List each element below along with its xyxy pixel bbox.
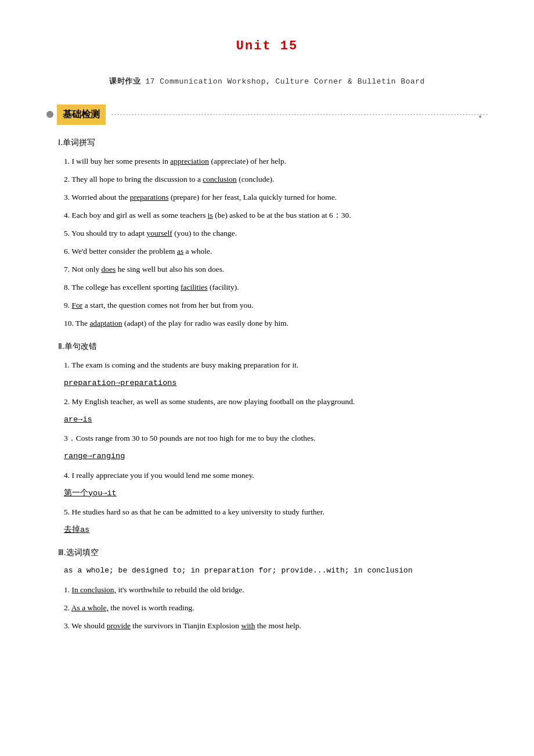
section-header: 基础检测 (46, 105, 488, 125)
item-num: 1. I will buy her some presents in (64, 157, 170, 165)
roman-title-3: Ⅲ.选词填空 (58, 545, 488, 560)
fill-word: facilities (181, 283, 207, 291)
fill-word: In conclusion, (72, 585, 117, 594)
page-title: Unit 15 (46, 35, 488, 58)
fill-word: does (102, 265, 116, 273)
vocab-list: as a whole; be designed to; in preparati… (64, 564, 488, 577)
fill-word: conclusion (203, 175, 237, 183)
correction-text: preparation→preparations (64, 376, 488, 390)
list-item: 4. I really appreciate you if you would … (64, 469, 488, 483)
list-item: 1. In conclusion, it's worthwhile to reb… (64, 583, 488, 597)
subtitle-zh: 课时作业 (109, 77, 140, 85)
section-bullet-icon (46, 111, 53, 118)
list-item: 8. The college has excellent sporting fa… (64, 280, 488, 295)
list-item: 3. Worried about the preparations (prepa… (64, 190, 488, 205)
subtitle-rest: 17 Communication Workshop, Culture Corne… (140, 77, 425, 86)
list-item: 3．Costs range from 30 to 50 pounds are n… (64, 431, 488, 446)
list-item: 2. As a whole, the novel is worth readin… (64, 601, 488, 615)
list-item: 5. He studies hard so as that he can be … (64, 505, 488, 520)
roman-title-2: Ⅱ.单句改错 (58, 339, 488, 354)
fill-word: For (72, 301, 83, 309)
list-item: 2. They all hope to bring the discussion… (64, 172, 488, 187)
list-item: 4. Each boy and girl as well as some tea… (64, 208, 488, 223)
roman-section-1: Ⅰ.单词拼写 1. I will buy her some presents i… (46, 135, 488, 331)
roman-title-1: Ⅰ.单词拼写 (58, 135, 488, 150)
subtitle: 课时作业 17 Communication Workshop, Culture … (46, 74, 488, 88)
fill-word: adaptation (89, 319, 122, 327)
fill-word: is (208, 211, 213, 219)
fill-word: as (177, 247, 183, 255)
list-item: 5. You should try to adapt yourself (you… (64, 226, 488, 241)
list-item: 1. I will buy her some presents in appre… (64, 154, 488, 169)
list-item: 3. We should provide the survivors in Ti… (64, 619, 488, 633)
list-item: 7. Not only does he sing well but also h… (64, 262, 488, 277)
fill-word: yourself (147, 229, 172, 237)
list-item: 6. We'd better consider the problem as a… (64, 244, 488, 259)
list-item: 1. The exam is coming and the students a… (64, 358, 488, 373)
list-item: 9. For a start, the question comes not f… (64, 298, 488, 313)
fill-word: appreciation (170, 157, 209, 165)
fill-word: As a whole, (71, 603, 109, 612)
section-title: 基础检测 (57, 105, 106, 125)
fill-word: preparations (130, 193, 169, 201)
section-divider (111, 114, 488, 115)
item-rest: (appreciate) of her help. (209, 157, 286, 165)
fill-word: provide (107, 621, 131, 630)
roman-section-3: Ⅲ.选词填空 as a whole; be designed to; in pr… (46, 545, 488, 633)
correction-text: range→ranging (64, 449, 488, 463)
correction-text: 第一个you→it (64, 487, 488, 501)
correction-text: 去掉as (64, 523, 488, 537)
list-item: 2. My English teacher, as well as some s… (64, 395, 488, 409)
fill-word-2: with (241, 621, 255, 630)
list-item: 10. The adaptation (adapt) of the play f… (64, 316, 488, 331)
roman-section-2: Ⅱ.单句改错 1. The exam is coming and the stu… (46, 339, 488, 538)
correction-text: are→is (64, 413, 488, 427)
